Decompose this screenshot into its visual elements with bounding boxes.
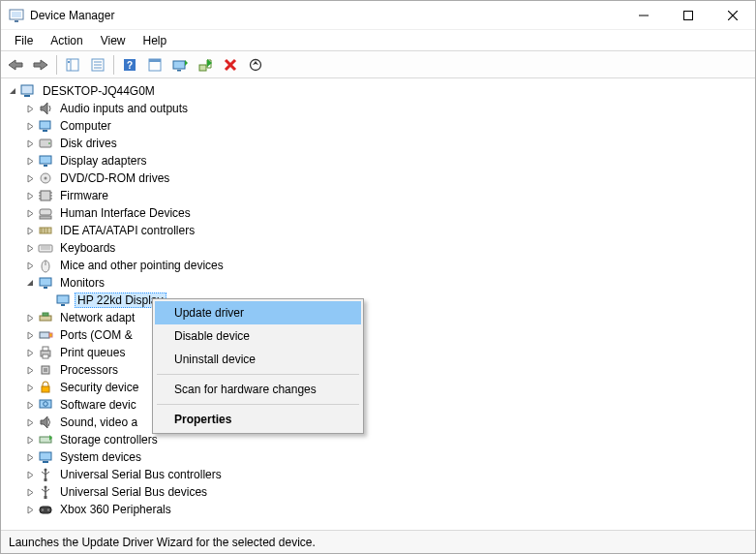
- category-sound[interactable]: Sound, video a: [1, 414, 755, 431]
- svg-rect-36: [40, 121, 50, 129]
- svg-rect-80: [49, 333, 52, 337]
- tree-expander-closed[interactable]: [22, 223, 38, 238]
- category-usb[interactable]: Universal Serial Bus controllers: [1, 466, 755, 483]
- category-system[interactable]: System devices: [1, 448, 755, 466]
- action-button[interactable]: [143, 53, 166, 77]
- category-ide[interactable]: IDE ATA/ATAPI controllers: [1, 222, 755, 239]
- category-net[interactable]: Network adapt: [1, 309, 755, 326]
- tree-expander-closed[interactable]: [22, 397, 38, 413]
- tree-expander-closed[interactable]: [22, 101, 38, 116]
- minimize-button[interactable]: [621, 1, 666, 30]
- category-chip[interactable]: Firmware: [1, 187, 755, 204]
- tree-expander-closed[interactable]: [22, 310, 38, 325]
- category-keyboard[interactable]: Keyboards: [1, 239, 755, 257]
- tree-expander-closed[interactable]: [22, 188, 38, 203]
- computer-icon: [38, 118, 53, 134]
- category-monitor[interactable]: Monitors: [1, 274, 755, 292]
- svg-rect-56: [40, 209, 51, 215]
- tree-expander-closed[interactable]: [22, 415, 38, 430]
- tree-expander-closed[interactable]: [22, 380, 38, 395]
- category-label: Processors: [57, 362, 121, 378]
- svg-marker-93: [28, 419, 33, 426]
- usb-icon: [38, 484, 53, 500]
- tree-expander-open[interactable]: [5, 83, 20, 99]
- device-tree-area[interactable]: DESKTOP-JQ44G0MAudio inputs and outputsC…: [1, 78, 755, 530]
- svg-rect-114: [40, 507, 51, 513]
- menu-action[interactable]: Action: [43, 32, 90, 49]
- tree-expander-closed[interactable]: [22, 484, 38, 500]
- category-mouse[interactable]: Mice and other pointing devices: [1, 257, 755, 274]
- category-audio[interactable]: Audio inputs and outputs: [1, 100, 755, 117]
- tree-expander-closed[interactable]: [22, 345, 38, 360]
- category-usb[interactable]: Universal Serial Bus devices: [1, 483, 755, 501]
- tree-expander-closed[interactable]: [22, 449, 38, 465]
- properties-button[interactable]: [86, 53, 109, 77]
- category-storage[interactable]: Storage controllers: [1, 431, 755, 448]
- category-hid[interactable]: Human Interface Devices: [1, 204, 755, 222]
- svg-marker-81: [28, 350, 33, 356]
- tree-expander-closed[interactable]: [22, 170, 38, 186]
- tree-expander-closed[interactable]: [22, 467, 38, 482]
- svg-rect-79: [40, 332, 49, 338]
- svg-rect-23: [199, 65, 206, 71]
- device-item[interactable]: HP 22kd Display: [1, 292, 755, 309]
- tree-expander-closed[interactable]: [22, 327, 38, 343]
- svg-rect-9: [67, 59, 78, 71]
- category-optical[interactable]: DVD/CD-ROM drives: [1, 169, 755, 187]
- context-menu-item[interactable]: Uninstall device: [155, 348, 361, 371]
- tree-expander-closed[interactable]: [22, 502, 38, 517]
- tree-expander-closed[interactable]: [22, 240, 38, 256]
- update-driver-button[interactable]: [168, 53, 192, 77]
- menu-view[interactable]: View: [93, 32, 134, 49]
- category-disk[interactable]: Disk drives: [1, 135, 755, 152]
- category-cpu[interactable]: Processors: [1, 361, 755, 379]
- tree-expander-closed[interactable]: [22, 205, 38, 221]
- forward-button[interactable]: [29, 53, 52, 77]
- category-security[interactable]: Security device: [1, 379, 755, 396]
- scan-hardware-button[interactable]: [244, 53, 267, 77]
- enable-device-button[interactable]: [194, 53, 217, 77]
- svg-rect-106: [45, 478, 47, 481]
- close-button[interactable]: [711, 1, 755, 30]
- category-label: Network adapt: [57, 310, 137, 325]
- menubar: File Action View Help: [1, 30, 755, 51]
- category-printer[interactable]: Print queues: [1, 344, 755, 361]
- category-display[interactable]: Display adapters: [1, 152, 755, 169]
- svg-rect-19: [149, 59, 161, 62]
- context-menu-item[interactable]: Scan for hardware changes: [155, 378, 361, 401]
- svg-rect-4: [684, 11, 693, 19]
- maximize-button[interactable]: [666, 1, 711, 30]
- svg-point-103: [45, 469, 47, 472]
- svg-rect-57: [40, 216, 51, 219]
- tree-expander-closed[interactable]: [22, 258, 38, 273]
- category-label: Firmware: [57, 188, 111, 203]
- tree-root[interactable]: DESKTOP-JQ44G0M: [1, 82, 755, 100]
- uninstall-device-button[interactable]: [219, 53, 242, 77]
- category-computer[interactable]: Computer: [1, 117, 755, 135]
- back-button[interactable]: [4, 53, 27, 77]
- tree-expander-closed[interactable]: [22, 153, 38, 169]
- context-menu-item[interactable]: Disable device: [155, 324, 361, 348]
- usb-icon: [38, 467, 53, 482]
- keyboard-icon: [38, 240, 53, 256]
- tree-expander-open[interactable]: [22, 275, 38, 291]
- category-label: Security device: [57, 380, 141, 395]
- menu-help[interactable]: Help: [136, 32, 175, 49]
- context-menu-item[interactable]: Update driver: [155, 301, 361, 324]
- category-port[interactable]: Ports (COM &: [1, 326, 755, 344]
- monitor-icon: [38, 275, 53, 291]
- menu-file[interactable]: File: [7, 32, 41, 49]
- tree-expander-closed[interactable]: [22, 432, 38, 447]
- context-menu-item[interactable]: Properties: [155, 408, 361, 431]
- show-hide-console-tree-button[interactable]: [61, 53, 84, 77]
- tree-expander-closed[interactable]: [22, 136, 38, 151]
- printer-icon: [38, 345, 53, 360]
- category-label: Universal Serial Bus controllers: [57, 467, 225, 482]
- tree-expander-closed[interactable]: [22, 362, 38, 378]
- help-button[interactable]: ?: [118, 53, 141, 77]
- tree-expander-closed[interactable]: [22, 118, 38, 134]
- svg-rect-76: [40, 316, 51, 321]
- computer-root-icon: [20, 83, 36, 99]
- category-software[interactable]: Software devic: [1, 396, 755, 414]
- category-xbox[interactable]: Xbox 360 Peripherals: [1, 501, 755, 518]
